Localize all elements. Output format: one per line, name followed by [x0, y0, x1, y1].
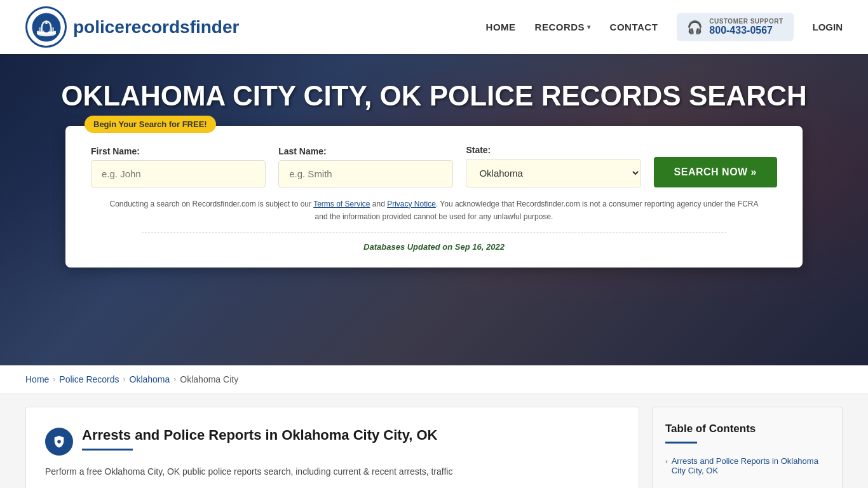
svg-rect-6	[45, 21, 47, 24]
svg-rect-7	[39, 27, 41, 32]
state-label: State:	[466, 145, 641, 155]
content-left: Arrests and Police Reports in Oklahoma C…	[25, 407, 639, 488]
navigation: HOME RECORDS ▾ CONTACT 🎧 CUSTOMER SUPPOR…	[486, 13, 843, 41]
search-button[interactable]: SEARCH NOW »	[654, 157, 777, 187]
privacy-link[interactable]: Privacy Notice	[387, 200, 436, 208]
customer-support: 🎧 CUSTOMER SUPPORT 800-433-0567	[677, 13, 793, 41]
support-text: CUSTOMER SUPPORT 800-433-0567	[709, 18, 783, 36]
headset-icon: 🎧	[687, 20, 703, 35]
nav-home[interactable]: HOME	[486, 22, 516, 32]
nav-records[interactable]: RECORDS ▾	[535, 22, 591, 32]
section-title-area: Arrests and Police Reports in Oklahoma C…	[82, 426, 438, 451]
breadcrumb-sep-2: ›	[123, 375, 126, 384]
support-label: CUSTOMER SUPPORT	[709, 18, 783, 25]
toc-item-label: Arrests and Police Reports in Oklahoma C…	[672, 456, 829, 475]
svg-point-11	[57, 440, 61, 444]
last-name-label: Last Name:	[278, 146, 453, 156]
search-box: Begin Your Search for FREE! First Name: …	[65, 126, 803, 268]
logo-icon	[25, 6, 67, 48]
first-name-label: First Name:	[91, 146, 266, 156]
svg-rect-10	[51, 27, 53, 32]
breadcrumb-police-records[interactable]: Police Records	[59, 374, 119, 384]
breadcrumb-home[interactable]: Home	[25, 374, 49, 384]
divider	[142, 233, 726, 233]
hero-section: OKLAHOMA CITY CITY, OK POLICE RECORDS SE…	[0, 54, 868, 365]
toc-underline	[665, 442, 697, 444]
chevron-down-icon: ▾	[587, 24, 591, 30]
toc-item-arrests[interactable]: › Arrests and Police Reports in Oklahoma…	[665, 452, 829, 479]
last-name-field-group: Last Name:	[278, 146, 453, 187]
toc-title: Table of Contents	[665, 423, 829, 435]
first-name-field-group: First Name:	[91, 146, 266, 187]
free-badge: Begin Your Search for FREE!	[85, 116, 216, 133]
tos-link[interactable]: Terms of Service	[313, 200, 370, 208]
svg-rect-9	[49, 27, 51, 32]
header: policerecordsfinder HOME RECORDS ▾ CONTA…	[0, 0, 868, 54]
logo-text: policerecordsfinder	[73, 17, 239, 37]
last-name-input[interactable]	[278, 160, 453, 187]
main-content: Arrests and Police Reports in Oklahoma C…	[0, 394, 868, 488]
db-updated: Databases Updated on Sep 16, 2022	[91, 242, 777, 252]
section-title: Arrests and Police Reports in Oklahoma C…	[82, 426, 438, 445]
breadcrumb-oklahoma[interactable]: Oklahoma	[130, 374, 170, 384]
breadcrumb: Home › Police Records › Oklahoma › Oklah…	[0, 365, 868, 394]
state-field-group: State: Oklahoma AlabamaAlaskaArizonaArka…	[466, 145, 641, 187]
nav-contact[interactable]: CONTACT	[610, 22, 658, 32]
login-button[interactable]: LOGIN	[813, 22, 843, 32]
breadcrumb-sep-1: ›	[53, 375, 55, 384]
hero-content: OKLAHOMA CITY CITY, OK POLICE RECORDS SE…	[0, 54, 868, 268]
logo-area: policerecordsfinder	[25, 6, 239, 48]
support-number: 800-433-0567	[709, 25, 783, 36]
toc-chevron-icon: ›	[665, 458, 668, 465]
search-fields: First Name: Last Name: State: Oklahoma A…	[91, 145, 777, 187]
shield-icon	[45, 428, 73, 456]
section-header: Arrests and Police Reports in Oklahoma C…	[45, 426, 620, 456]
section-body: Perform a free Oklahoma City, OK public …	[45, 464, 620, 480]
svg-rect-8	[42, 27, 44, 32]
hero-title: OKLAHOMA CITY CITY, OK POLICE RECORDS SE…	[10, 54, 857, 126]
breadcrumb-sep-3: ›	[173, 375, 176, 384]
breadcrumb-city: Oklahoma City	[180, 374, 238, 384]
disclaimer-text: Conducting a search on Recordsfinder.com…	[91, 198, 777, 224]
first-name-input[interactable]	[91, 160, 266, 187]
section-title-underline	[82, 449, 133, 451]
state-select[interactable]: Oklahoma AlabamaAlaskaArizonaArkansas Ca…	[466, 159, 641, 187]
content-right: Table of Contents › Arrests and Police R…	[652, 407, 843, 488]
